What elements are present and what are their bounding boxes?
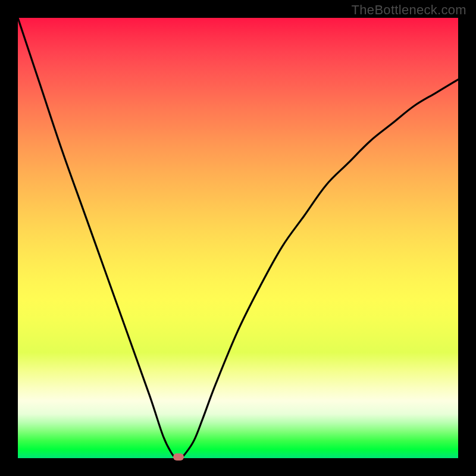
chart-frame: TheBottleneck.com xyxy=(0,0,476,476)
bottleneck-point-marker xyxy=(173,453,184,461)
bottleneck-curve xyxy=(18,18,458,458)
plot-background-gradient xyxy=(18,18,458,458)
watermark-text: TheBottleneck.com xyxy=(352,2,466,18)
